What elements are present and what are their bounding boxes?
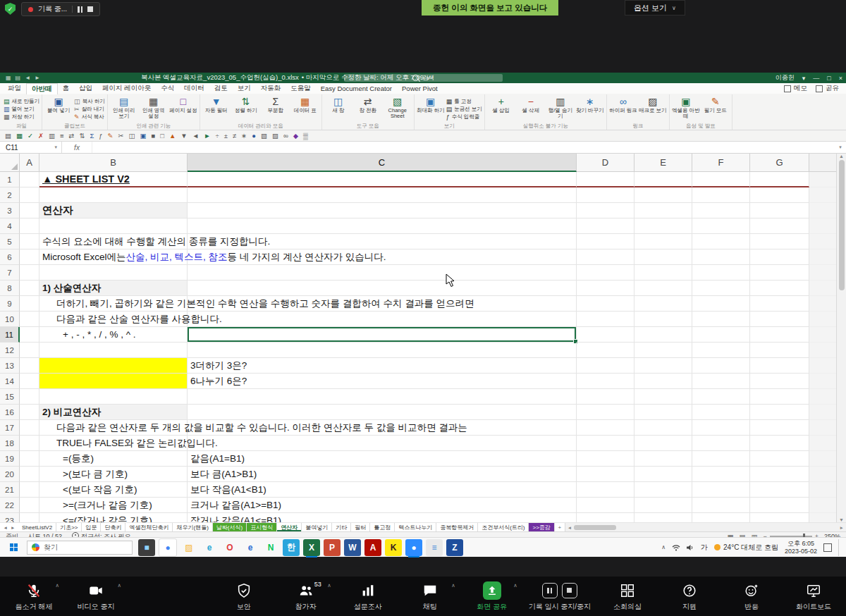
- cell-C3[interactable]: [188, 203, 577, 218]
- ribbon-tab-4[interactable]: 페이지 레이아웃: [97, 83, 156, 94]
- show-desktop-button[interactable]: [838, 539, 842, 556]
- ribbon-tab-5[interactable]: 수식: [156, 83, 179, 94]
- quick-access-icon-23[interactable]: ∗: [241, 133, 247, 140]
- quick-access-icon-18[interactable]: ◄: [192, 133, 199, 140]
- horizontal-scrollbar[interactable]: ◄ ►: [565, 523, 846, 531]
- row-header-21[interactable]: 21: [0, 482, 20, 498]
- ribbon-button[interactable]: ▨매크로 보기: [639, 95, 667, 123]
- cell-G23[interactable]: [750, 513, 809, 522]
- new-sheet-button[interactable]: +: [555, 523, 565, 531]
- cell-B8[interactable]: 1) 산술연산자: [39, 281, 188, 296]
- ribbon-button[interactable]: ▣붙여 넣기: [44, 95, 73, 123]
- cell-F18[interactable]: [692, 436, 750, 451]
- share-button[interactable]: 공유: [816, 84, 839, 93]
- cell-C19[interactable]: 같음(A1=B1): [188, 451, 577, 467]
- cell-C7[interactable]: [188, 265, 577, 281]
- cell-G4[interactable]: [750, 218, 809, 234]
- cell-F11[interactable]: [692, 327, 750, 343]
- ribbon-button[interactable]: ◫복사 하기: [74, 98, 105, 105]
- row-header-22[interactable]: 22: [0, 498, 20, 513]
- ribbon-button[interactable]: ƒ수식 입력줄: [446, 113, 482, 121]
- cell-G21[interactable]: [750, 482, 809, 498]
- cell-F4[interactable]: [692, 218, 750, 234]
- cell-A14[interactable]: [20, 374, 39, 389]
- cell-F23[interactable]: [692, 513, 750, 522]
- cell-F12[interactable]: [692, 343, 750, 358]
- quick-access-icon-14[interactable]: ■: [151, 133, 155, 140]
- cell-G16[interactable]: [750, 405, 809, 420]
- formula-bar-expand-icon[interactable]: ▾: [835, 144, 846, 150]
- cell-E9[interactable]: [634, 296, 692, 312]
- cell-A8[interactable]: [20, 281, 39, 296]
- ribbon-tab-11[interactable]: Easy Document Creator: [316, 83, 397, 94]
- cell-B9[interactable]: 더하기, 빼기, 곱하기와 같은 기본적인 수학 연산을 수행하고 숫자를 결합…: [39, 296, 188, 312]
- action-center-icon[interactable]: [823, 543, 832, 552]
- taskbar-app-acrobat[interactable]: A: [364, 539, 381, 556]
- chevron-up-icon[interactable]: ∧: [56, 582, 60, 589]
- cell-C2[interactable]: [188, 187, 577, 203]
- cell-E22[interactable]: [634, 498, 692, 513]
- insert-function-button[interactable]: fx: [62, 142, 92, 153]
- taskbar-app-hancom-office[interactable]: 한: [283, 539, 300, 556]
- quick-access-icon-25[interactable]: ▧: [261, 133, 267, 140]
- cell-C16[interactable]: [188, 405, 577, 420]
- quick-access-icon-8[interactable]: Σ: [90, 133, 94, 140]
- zoom-control-record[interactable]: 기록 일시 중지/중지: [523, 577, 596, 616]
- sheet-tab-13[interactable]: 텍스트나누기: [395, 523, 436, 531]
- ribbon-button[interactable]: □페이지 설정: [169, 95, 197, 123]
- taskbar-app-notepad[interactable]: ≡: [426, 539, 443, 556]
- taskbar-app-internet-explorer[interactable]: e: [242, 539, 259, 556]
- cell-D14[interactable]: [577, 374, 634, 389]
- ribbon-button[interactable]: ✎필기 모드: [701, 95, 730, 123]
- ribbon-tab-0[interactable]: 파일: [3, 83, 26, 94]
- cell-E5[interactable]: [634, 234, 692, 250]
- ribbon-button[interactable]: ◫새 창: [324, 95, 352, 123]
- zoom-control-chat[interactable]: ∧채팅: [399, 577, 461, 616]
- column-header-B[interactable]: B: [39, 154, 188, 172]
- cell-F15[interactable]: [692, 389, 750, 405]
- cell-F5[interactable]: [692, 234, 750, 250]
- ribbon-button[interactable]: ▦데이터 표: [291, 95, 319, 123]
- close-button[interactable]: ×: [839, 75, 842, 82]
- row-header-12[interactable]: 12: [0, 343, 20, 358]
- row-header-20[interactable]: 20: [0, 467, 20, 482]
- row-header-15[interactable]: 15: [0, 389, 20, 405]
- cell-E14[interactable]: [634, 374, 692, 389]
- column-header-D[interactable]: D: [577, 154, 634, 172]
- cell-G5[interactable]: [750, 234, 809, 250]
- cell-A13[interactable]: [20, 358, 39, 374]
- cell-E11[interactable]: [634, 327, 692, 343]
- cell-D15[interactable]: [577, 389, 634, 405]
- cell-C14[interactable]: 6나누기 6은?: [188, 374, 577, 389]
- zoom-control-poll[interactable]: 설문조사: [337, 577, 399, 616]
- ribbon-tab-8[interactable]: 보기: [233, 83, 256, 94]
- wifi-icon[interactable]: [672, 544, 680, 551]
- ribbon-button[interactable]: ▤인쇄 미리 보기: [110, 95, 138, 123]
- sheet-tab-1[interactable]: 기초>>: [56, 523, 82, 531]
- cell-D17[interactable]: [577, 420, 634, 436]
- cell-C12[interactable]: [188, 343, 577, 358]
- cell-B18[interactable]: TRUE나 FALSE와 같은 논리값입니다.: [39, 436, 188, 451]
- cell-G19[interactable]: [750, 451, 809, 467]
- undo-icon[interactable]: ◄: [25, 75, 30, 81]
- cell-G9[interactable]: [750, 296, 809, 312]
- cell-E2[interactable]: [634, 187, 692, 203]
- cell-B20[interactable]: >(보다 큼 기호): [39, 467, 188, 482]
- ribbon-button[interactable]: ▧Change Sheet: [384, 95, 412, 123]
- cell-E3[interactable]: [634, 203, 692, 218]
- zoom-control-people[interactable]: 53∧참가자: [275, 577, 337, 616]
- cell-B4[interactable]: [39, 218, 188, 234]
- row-header-9[interactable]: 9: [0, 296, 20, 312]
- ribbon-button[interactable]: ▦인쇄 영역 설정: [140, 95, 168, 123]
- cell-D10[interactable]: [577, 312, 634, 327]
- cell-C5[interactable]: [188, 234, 577, 250]
- taskbar-clock[interactable]: 오후 6:05 2023-05-02: [785, 540, 817, 555]
- cell-G12[interactable]: [750, 343, 809, 358]
- cell-C1[interactable]: [188, 172, 577, 187]
- cell-C8[interactable]: [188, 281, 577, 296]
- sheet-tab-11[interactable]: 필터: [351, 523, 370, 531]
- sheet-tab-6[interactable]: 날짜(서식): [213, 523, 247, 531]
- ribbon-button[interactable]: −셀 삭제: [517, 95, 545, 123]
- cell-A11[interactable]: [20, 327, 39, 343]
- cell-E6[interactable]: [634, 250, 692, 265]
